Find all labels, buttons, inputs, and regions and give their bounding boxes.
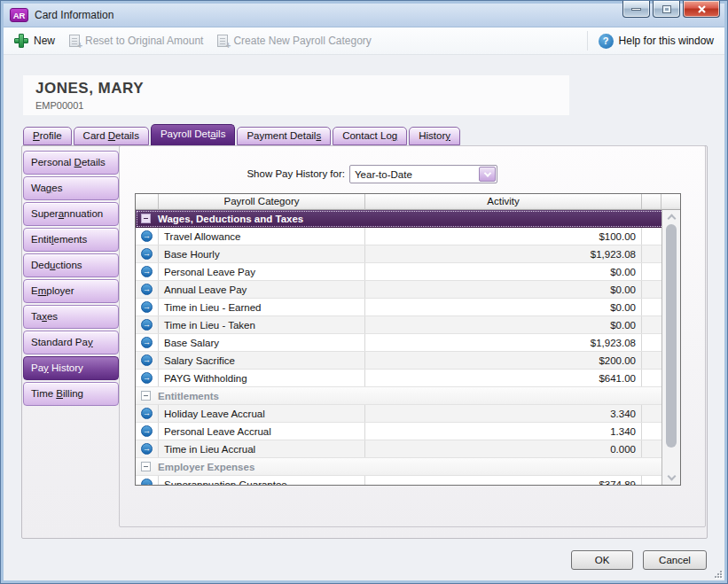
- sidebar-item-time-billing[interactable]: Time Billing: [23, 382, 119, 406]
- drilldown-arrow-icon[interactable]: →: [141, 230, 153, 242]
- scrollbar-thumb[interactable]: [666, 224, 677, 448]
- reset-to-original-amount-button[interactable]: Reset to Original Amount: [69, 35, 203, 47]
- drilldown-arrow-icon[interactable]: →: [141, 408, 153, 419]
- sidebar-item-pay-history[interactable]: Pay History: [23, 356, 119, 380]
- pay-history-period-dropdown[interactable]: Year-to-Date: [349, 165, 497, 183]
- table-row[interactable]: →Time in Lieu Accrual0.000: [136, 440, 680, 458]
- header-scrollbar-column: [661, 194, 680, 210]
- titlebar[interactable]: AR Card Information: [4, 4, 724, 27]
- tab-history[interactable]: History: [409, 127, 460, 145]
- tab-contact-log[interactable]: Contact Log: [333, 127, 407, 145]
- resize-grip-icon[interactable]: [712, 568, 723, 579]
- drilldown-arrow-icon[interactable]: →: [141, 301, 153, 313]
- close-button[interactable]: [683, 1, 720, 18]
- cancel-button[interactable]: Cancel: [643, 550, 707, 570]
- table-row[interactable]: →Salary Sacrifice$200.00: [136, 352, 680, 370]
- scroll-up-icon[interactable]: [668, 214, 677, 223]
- tab-payment-details[interactable]: Payment Details: [237, 127, 331, 145]
- table-row[interactable]: →Holiday Leave Accrual3.340: [136, 405, 680, 423]
- sidebar-item-employer-expenses[interactable]: Employer Expenses: [23, 279, 119, 303]
- maximize-button[interactable]: [653, 1, 680, 18]
- table-row[interactable]: →Personal Leave Accrual1.340: [136, 423, 680, 440]
- tab-profile[interactable]: Profile: [23, 127, 72, 145]
- minimize-button[interactable]: [622, 1, 650, 18]
- document-refresh-icon: [69, 35, 80, 47]
- sidebar-item-personal-details[interactable]: Personal Details: [23, 151, 119, 175]
- drilldown-arrow-icon[interactable]: →: [141, 443, 153, 455]
- drilldown-arrow-icon[interactable]: →: [141, 425, 153, 437]
- pad-cell: [642, 299, 661, 315]
- header-activity[interactable]: Activity: [365, 194, 642, 210]
- drilldown-arrow-icon[interactable]: →: [141, 266, 153, 277]
- toolbar-separator: [587, 31, 588, 51]
- group-row[interactable]: Wages, Deductions and Taxes: [136, 210, 680, 228]
- tab-card-details[interactable]: Card Details: [74, 127, 149, 145]
- activity-cell: $641.00: [365, 370, 642, 386]
- sidebar-item-deductions[interactable]: Deductions: [23, 253, 119, 277]
- dropdown-button[interactable]: [479, 167, 496, 182]
- vertical-scrollbar[interactable]: [661, 210, 680, 485]
- table-row[interactable]: →Personal Leave Pay$0.00: [136, 263, 680, 281]
- reset-button-label: Reset to Original Amount: [85, 35, 203, 47]
- tab-payroll-details[interactable]: Payroll Details: [151, 124, 236, 145]
- table-row[interactable]: →PAYG Withholding$641.00: [136, 370, 680, 387]
- collapse-minus-icon[interactable]: [141, 214, 151, 223]
- collapse-minus-icon[interactable]: [141, 462, 151, 471]
- drilldown-arrow-icon[interactable]: →: [141, 372, 153, 384]
- create-new-payroll-category-button[interactable]: Create New Payroll Category: [217, 35, 371, 47]
- payroll-category-cell: Salary Sacrifice: [159, 352, 365, 369]
- sidebar-item-wages[interactable]: Wages: [23, 176, 119, 200]
- close-icon: [697, 4, 707, 14]
- collapse-minus-icon[interactable]: [141, 391, 151, 401]
- pad-cell: [642, 352, 661, 369]
- table-row[interactable]: →Base Hourly$1,923.08: [136, 245, 680, 263]
- drilldown-arrow-icon[interactable]: →: [141, 248, 153, 260]
- group-row[interactable]: Employer Expenses: [136, 458, 680, 476]
- table-row[interactable]: →Travel Allowance$100.00: [136, 228, 680, 245]
- table-row[interactable]: →Base Salary$1,923.08: [136, 334, 680, 352]
- table-row[interactable]: →Annual Leave Pay$0.00: [136, 281, 680, 299]
- activity-cell: $0.00: [365, 316, 642, 333]
- activity-cell: $1,923.08: [365, 245, 642, 262]
- group-label: Employer Expenses: [158, 462, 254, 472]
- table-row[interactable]: →Superannuation Guarantee$374.89: [136, 476, 680, 485]
- sidebar-item-entitlements[interactable]: Entitlements: [23, 228, 119, 252]
- activity-cell: $0.00: [365, 299, 642, 315]
- help-label: Help for this window: [619, 35, 714, 47]
- scroll-down-icon[interactable]: [668, 472, 677, 481]
- header-pad-column: [642, 194, 661, 210]
- new-button-label: New: [34, 35, 55, 47]
- payroll-category-cell: Time in Lieu - Earned: [159, 299, 365, 315]
- dropdown-value: Year-to-Date: [350, 169, 479, 180]
- chevron-down-icon: [483, 169, 490, 176]
- help-icon: ?: [599, 34, 614, 49]
- drilldown-arrow-icon[interactable]: →: [141, 354, 153, 366]
- sidebar-item-standard-pay[interactable]: Standard Pay: [23, 331, 119, 354]
- header-payroll-category[interactable]: Payroll Category: [159, 194, 365, 210]
- table-row[interactable]: →Time in Lieu - Taken$0.00: [136, 316, 680, 334]
- table-row[interactable]: →Time in Lieu - Earned$0.00: [136, 299, 680, 316]
- payroll-category-cell: PAYG Withholding: [159, 370, 365, 386]
- activity-cell: $0.00: [365, 281, 642, 298]
- help-for-this-window-button[interactable]: ? Help for this window: [599, 34, 714, 49]
- group-row[interactable]: Entitlements: [136, 387, 680, 405]
- ok-button[interactable]: OK: [571, 550, 633, 570]
- card-information-window: AR Card Information New Reset to Origina…: [0, 0, 728, 584]
- pad-cell: [642, 440, 661, 457]
- sidebar-item-superannuation[interactable]: Superannuation: [23, 202, 119, 226]
- new-button[interactable]: New: [14, 34, 55, 48]
- group-label: Wages, Deductions and Taxes: [158, 214, 303, 224]
- header-icon-column[interactable]: [136, 194, 159, 210]
- pad-cell: [642, 423, 661, 440]
- payroll-category-cell: Time in Lieu Accrual: [159, 440, 365, 457]
- window-title: Card Information: [35, 9, 114, 21]
- drilldown-arrow-icon[interactable]: →: [141, 284, 153, 295]
- drilldown-arrow-icon[interactable]: →: [141, 479, 153, 485]
- drilldown-arrow-icon[interactable]: →: [141, 337, 153, 348]
- pad-cell: [642, 263, 661, 280]
- sidebar-item-taxes[interactable]: Taxes: [23, 305, 119, 329]
- pad-cell: [642, 316, 661, 333]
- payroll-category-cell: Personal Leave Accrual: [159, 423, 365, 440]
- drilldown-arrow-icon[interactable]: →: [141, 319, 153, 331]
- activity-cell: 3.340: [365, 405, 642, 422]
